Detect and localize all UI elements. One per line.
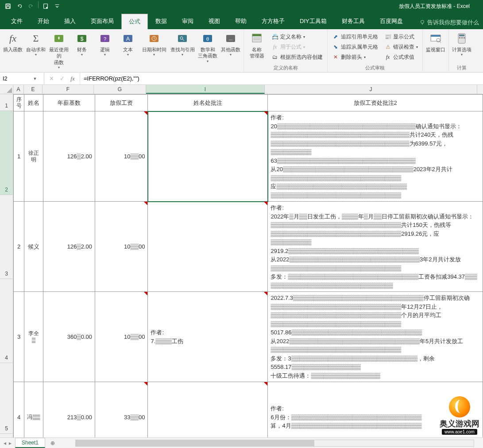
remove-arrows-button[interactable]: ✕删除箭头 ▾ [329,52,381,62]
selected-cell[interactable] [148,111,268,202]
group-label-calc: 计算 [451,64,473,72]
comment-indicator-icon [144,111,147,115]
tab-fangfang[interactable]: 方方格子 [254,13,292,29]
tab-file[interactable]: 文件 [4,13,30,29]
svg-text:$: $ [81,36,84,42]
enter-formula-button[interactable]: ✓ [57,75,67,82]
autosum-button[interactable]: Σ自动求和▾ [25,30,47,59]
row-2[interactable]: 2 [0,111,13,195]
tab-baidu[interactable]: 百度网盘 [372,13,410,29]
svg-rect-25 [253,39,260,40]
tab-insert[interactable]: 插入 [57,13,83,29]
quick-access-toolbar [0,1,62,11]
name-manager-button[interactable]: 名称 管理器 [246,30,268,61]
datetime-button[interactable]: 日期和时间▾ [140,30,168,59]
window-title: 放假人员工资发放标准 - Excel [399,3,470,10]
calc-options-button[interactable]: 计算选项▾ [451,30,473,59]
create-from-selection-button[interactable]: 🗂根据所选内容创建 [269,52,325,62]
tab-help[interactable]: 帮助 [228,13,254,29]
fx-button[interactable]: fx [67,75,78,82]
cancel-formula-button[interactable]: ✕ [46,75,57,82]
save-button[interactable] [3,1,13,11]
sheet-nav[interactable]: ◂▸ [0,440,15,446]
qat-customize-button[interactable] [52,1,62,11]
trace-precedents-button[interactable]: ⬈追踪引用单元格 [329,32,381,42]
tab-home[interactable]: 开始 [30,13,57,29]
redo-button[interactable] [26,1,36,11]
tab-formulas[interactable]: 公式 [121,14,148,29]
tab-diy[interactable]: DIY工具箱 [292,13,334,29]
insert-function-button[interactable]: fx插入函数 [2,30,24,54]
evaluate-formula-button[interactable]: fx公式求值 [382,52,421,62]
group-label-audit: 公式审核 [329,64,421,72]
comment-indicator-icon [144,292,147,295]
spreadsheet-grid[interactable]: A E F G I J 1 2 3 4 5 序号 姓名 年薪基数 放假工资 姓名… [0,85,483,437]
sheet-table: 序号 姓名 年薪基数 放假工资 姓名处批注 放假工资处批注2 1 徐正明 126… [13,94,483,437]
group-label-names: 定义的名称 [246,64,325,72]
watch-window-button[interactable]: 监视窗口 [425,30,447,54]
col-E[interactable]: E [24,85,43,94]
use-in-formula-button[interactable]: fx用于公式 ▾ [269,42,325,52]
undo-button[interactable] [14,1,25,11]
formula-input[interactable] [80,73,483,84]
sheet-tab[interactable]: Sheet1 [15,438,45,448]
svg-rect-23 [252,34,261,36]
row-5[interactable]: 5 [0,363,13,434]
show-formulas-button[interactable]: 📰显示公式 [382,32,421,42]
comment-indicator-icon [264,111,267,115]
svg-point-5 [421,20,424,23]
recently-used-button[interactable]: 最近使用的 函数▾ [48,30,70,71]
more-functions-button[interactable]: ...其他函数▾ [220,30,242,59]
tab-layout[interactable]: 页面布局 [83,13,121,29]
hdr-seq[interactable]: 序号 [14,95,24,111]
row-4[interactable]: 4 [0,279,13,363]
touch-mode-button[interactable] [40,1,51,11]
row-3[interactable]: 3 [0,195,13,279]
svg-text:?: ? [104,36,106,42]
svg-text:...: ... [229,36,232,41]
svg-rect-24 [253,38,260,38]
lookup-button[interactable]: 查找与引用▾ [169,30,196,59]
tell-me-search[interactable]: 告诉我你想要做什么 [419,19,479,29]
tab-finance[interactable]: 财务工具 [334,13,372,29]
name-box-input[interactable] [0,75,31,82]
comment-indicator-icon [264,292,267,295]
comment-indicator-icon [264,382,267,386]
error-checking-button[interactable]: ⚠错误检查 ▾ [382,42,421,52]
horizontal-scrollbar[interactable] [75,440,474,447]
row-1[interactable]: 1 [0,94,13,111]
select-all-corner[interactable] [0,85,13,94]
math-trig-button[interactable]: θ数学和 三角函数▾ [197,30,219,65]
tab-view[interactable]: 视图 [201,13,228,29]
trace-dependents-button[interactable]: ⬊追踪从属单元格 [329,42,381,52]
name-box[interactable]: ▼ [0,73,44,84]
hdr-base[interactable]: 年薪基数 [43,95,95,111]
text-button[interactable]: A文本▾ [117,30,139,59]
tab-review[interactable]: 审阅 [174,13,201,29]
ribbon-tabs: 文件 开始 插入 页面布局 公式 数据 审阅 视图 帮助 方方格子 DIY工具箱… [0,12,483,29]
hdr-pay-note[interactable]: 放假工资处批注2 [268,95,483,111]
column-headers: A E F G I J [13,85,483,94]
col-I[interactable]: I [146,85,265,94]
col-J[interactable]: J [265,85,477,94]
svg-rect-30 [459,34,464,36]
svg-rect-31 [459,37,460,38]
col-F[interactable]: F [43,85,94,94]
financial-button[interactable]: $财务▾ [71,30,93,59]
define-name-button[interactable]: 📇定义名称 ▾ [269,32,325,42]
hdr-pay[interactable]: 放假工资 [95,95,148,111]
svg-rect-16 [178,35,187,42]
col-G[interactable]: G [94,85,146,94]
table-row: 3 李全▒ 360▒0.00 10▒▒00 作者: 7.▒▒▒▒工伤 2022.… [14,292,483,382]
logical-button[interactable]: ?逻辑▾ [94,30,116,59]
comment-indicator-icon [144,382,147,386]
hdr-name[interactable]: 姓名 [24,95,43,111]
name-box-dropdown[interactable]: ▼ [31,77,39,81]
ribbon: fx插入函数 Σ自动求和▾ 最近使用的 函数▾ $财务▾ ?逻辑▾ A文本▾ 日… [0,29,483,73]
svg-text:A: A [126,36,130,42]
tab-data[interactable]: 数据 [148,13,174,29]
hdr-name-note[interactable]: 姓名处批注 [148,95,268,111]
col-A[interactable]: A [13,85,24,94]
tell-me-label: 告诉我你想要做什么 [427,19,479,27]
add-sheet-button[interactable]: ⊕ [48,438,58,448]
